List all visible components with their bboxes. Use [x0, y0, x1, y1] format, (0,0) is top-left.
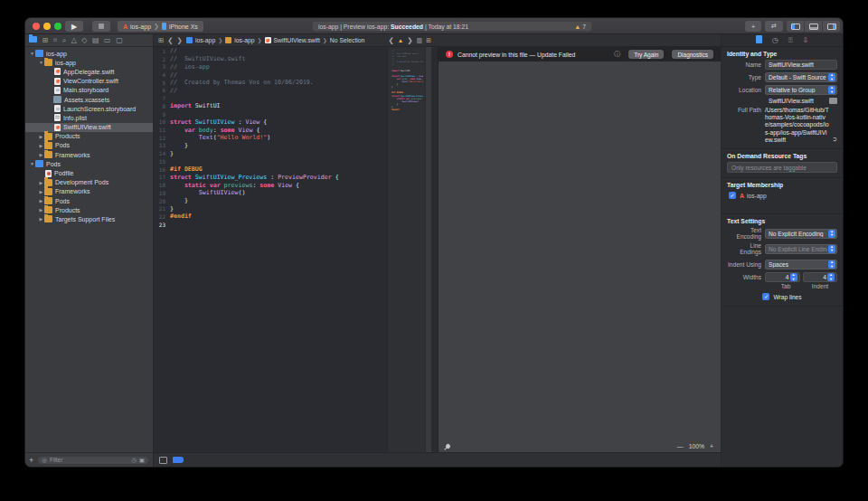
- file-tree-row[interactable]: ▶Pods: [25, 196, 153, 205]
- add-file-button[interactable]: +: [29, 456, 33, 465]
- file-tree-row[interactable]: ▼ios-app: [25, 58, 153, 67]
- indent-using-dropdown[interactable]: Spaces ▲▼: [765, 260, 837, 269]
- toggle-debug-area-button[interactable]: [805, 21, 822, 32]
- source-control-navigator-tab[interactable]: ⊞: [42, 37, 49, 44]
- disclosure-triangle-icon[interactable]: ▼: [29, 161, 35, 166]
- zoom-window-button[interactable]: [54, 23, 61, 30]
- tab-width-field[interactable]: 4 ▲▼: [765, 272, 800, 282]
- source-control-status-icon[interactable]: ▣: [139, 457, 145, 464]
- forward-button[interactable]: ❯: [177, 36, 183, 44]
- project-navigator-tab[interactable]: [29, 36, 37, 44]
- code-line[interactable]: 10struct SwiftUIView : View {: [154, 118, 387, 126]
- code-line[interactable]: 9: [154, 110, 387, 118]
- try-again-button[interactable]: Try Again: [628, 50, 664, 59]
- open-in-finder-icon[interactable]: ➲: [832, 136, 837, 144]
- breadcrumb-group[interactable]: ios-app: [234, 37, 254, 43]
- file-tree-row[interactable]: AppDelegate.swift: [25, 67, 153, 76]
- file-tree-row[interactable]: ▶Development Pods: [25, 178, 153, 187]
- breakpoint-navigator-tab[interactable]: ▭: [104, 37, 111, 44]
- minimap[interactable]: //// SwiftUIView.swift// ios-app//// Cre…: [387, 47, 425, 452]
- code-line[interactable]: 3// ios-app: [154, 62, 387, 71]
- code-line[interactable]: 21}: [154, 204, 387, 213]
- disclosure-triangle-icon[interactable]: ▶: [38, 216, 44, 222]
- code-line[interactable]: 22#endif: [154, 213, 387, 221]
- editor-options-button[interactable]: ▥: [417, 37, 423, 44]
- code-line[interactable]: 12 Text("Hello World!"): [154, 134, 387, 142]
- filter-field[interactable]: ◎ Filter ◷ ▣: [37, 456, 149, 465]
- report-navigator-tab[interactable]: ▢: [116, 37, 123, 44]
- minimize-window-button[interactable]: [43, 23, 51, 30]
- debug-navigator-tab[interactable]: ▤: [92, 37, 99, 44]
- quick-help-inspector-tab[interactable]: ⍰: [788, 37, 793, 44]
- scheme-selector[interactable]: A ios-app ❯ iPhone Xs: [118, 21, 203, 32]
- code-line[interactable]: 8import SwiftUI: [154, 102, 387, 110]
- file-tree-row[interactable]: ▶Frameworks: [25, 187, 153, 196]
- symbol-navigator-tab[interactable]: ⌗: [53, 37, 58, 44]
- code-line[interactable]: 16#if DEBUG: [154, 165, 387, 174]
- code-line[interactable]: 4//: [154, 71, 387, 79]
- file-tree-row[interactable]: ▶Targets Support Files: [25, 214, 153, 223]
- next-issue-button[interactable]: ❯: [407, 36, 412, 44]
- file-tree-row[interactable]: Info.plist: [25, 113, 153, 122]
- target-checkbox[interactable]: ✓: [729, 192, 736, 199]
- code-line[interactable]: 15: [154, 157, 387, 165]
- file-inspector-tab[interactable]: [756, 35, 762, 45]
- zoom-in-button[interactable]: +: [710, 443, 713, 449]
- location-dropdown[interactable]: Relative to Group ▲▼: [765, 85, 837, 95]
- choose-location-icon[interactable]: [829, 98, 837, 104]
- toggle-navigator-button[interactable]: [787, 21, 804, 32]
- code-line[interactable]: 17struct SwiftUIView_Previews : PreviewP…: [154, 174, 387, 182]
- back-button[interactable]: ❮: [167, 36, 173, 44]
- code-editor[interactable]: 1//2// SwiftUIView.swift3// ios-app4//5/…: [154, 47, 387, 452]
- file-tree-row[interactable]: SwiftUIView.swift: [25, 123, 153, 132]
- line-endings-dropdown[interactable]: No Explicit Line Endings ▲▼: [765, 244, 837, 254]
- file-tree-row[interactable]: ViewController.swift: [25, 77, 153, 86]
- disclosure-triangle-icon[interactable]: ▶: [38, 180, 44, 185]
- code-line[interactable]: 18 static var previews: some View {: [154, 181, 387, 189]
- code-line[interactable]: 1//: [154, 47, 387, 55]
- stop-button[interactable]: [92, 21, 110, 32]
- indent-width-field[interactable]: 4 ▲▼: [803, 272, 838, 282]
- disclosure-triangle-icon[interactable]: ▶: [38, 198, 44, 203]
- info-icon[interactable]: ⓘ: [614, 50, 620, 59]
- close-window-button[interactable]: [33, 23, 40, 30]
- code-line[interactable]: 7: [154, 94, 387, 102]
- editor-mode-button[interactable]: ⇄: [765, 21, 783, 32]
- file-tree-row[interactable]: ▶Products: [25, 205, 153, 214]
- pin-preview-icon[interactable]: [445, 442, 451, 449]
- add-editor-button[interactable]: ⊞: [426, 37, 431, 44]
- related-items-icon[interactable]: ⊞: [158, 36, 164, 44]
- zoom-out-button[interactable]: —: [677, 443, 684, 449]
- minimap-scrollbar[interactable]: [425, 47, 431, 452]
- disclosure-triangle-icon[interactable]: ▶: [38, 207, 44, 213]
- file-tree-row[interactable]: LaunchScreen.storyboard: [25, 104, 153, 113]
- breadcrumb-project[interactable]: ios-app: [195, 37, 215, 43]
- run-button[interactable]: ▶: [65, 21, 83, 32]
- issue-navigator-tab[interactable]: △: [71, 37, 77, 44]
- code-line[interactable]: 5// Created by Thomas Vos on 10/06/2019.: [154, 79, 387, 87]
- disclosure-triangle-icon[interactable]: ▼: [38, 60, 44, 65]
- disclosure-triangle-icon[interactable]: ▶: [38, 143, 44, 148]
- activity-status-bar[interactable]: ios-app | Preview ios-app: Succeeded | T…: [312, 21, 592, 32]
- file-tree-row[interactable]: ▶Frameworks: [25, 150, 153, 159]
- wrap-lines-checkbox[interactable]: ✓: [762, 293, 769, 300]
- minimap-toggle-icon[interactable]: [159, 457, 167, 464]
- code-line[interactable]: 14}: [154, 149, 387, 157]
- file-tree-row[interactable]: ▼Pods: [25, 159, 153, 168]
- accessibility-inspector-tab[interactable]: ⇩: [803, 37, 809, 44]
- disclosure-triangle-icon[interactable]: ▼: [29, 51, 35, 56]
- code-line[interactable]: 11 var body: some View {: [154, 126, 387, 134]
- breadcrumb-selection[interactable]: No Selection: [330, 37, 365, 43]
- library-add-button[interactable]: +: [745, 21, 761, 32]
- toggle-inspector-button[interactable]: [823, 21, 840, 32]
- file-tree-row[interactable]: Podfile: [25, 168, 153, 177]
- name-field[interactable]: SwiftUIView.swift: [765, 60, 837, 70]
- recent-files-icon[interactable]: ◷: [131, 457, 137, 464]
- type-dropdown[interactable]: Default - Swift Source ▲▼: [765, 72, 837, 82]
- file-tree-row[interactable]: ▼ios-app: [25, 49, 153, 58]
- code-line[interactable]: 19 SwiftUIView(): [154, 189, 387, 197]
- test-navigator-tab[interactable]: ◇: [81, 37, 87, 44]
- disclosure-triangle-icon[interactable]: ▶: [38, 189, 44, 194]
- code-line[interactable]: 13 }: [154, 142, 387, 150]
- code-line[interactable]: 23: [154, 221, 387, 229]
